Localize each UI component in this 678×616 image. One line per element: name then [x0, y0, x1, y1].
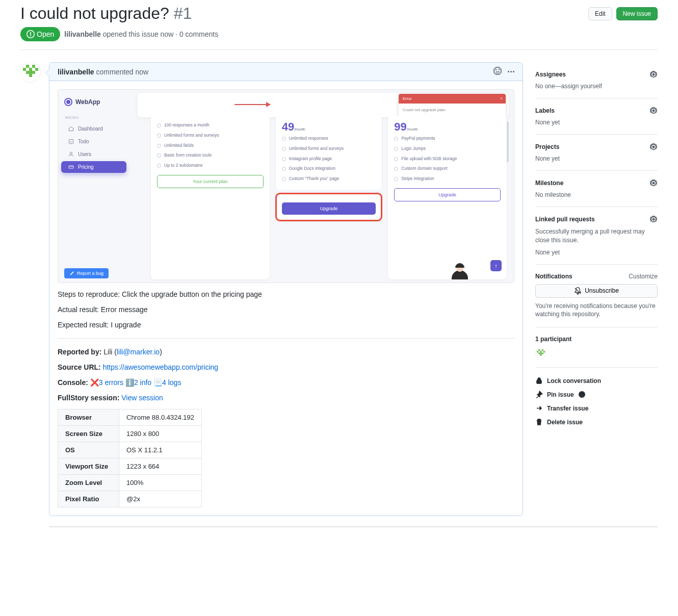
- linked-pr-section: Linked pull requests Successfully mergin…: [535, 207, 658, 265]
- ss-upgrade-btn-mid: Upgrade: [282, 202, 376, 215]
- gear-icon[interactable]: [649, 70, 658, 79]
- divider: [58, 338, 514, 339]
- title-actions: Edit New issue: [588, 7, 658, 20]
- trash-icon: [535, 418, 543, 426]
- notifications-note: You're receiving notifications because y…: [535, 302, 658, 319]
- reporter-email-link[interactable]: lili@marker.io: [117, 348, 160, 356]
- table-row: Pixel Ratio@2x: [58, 491, 202, 507]
- svg-rect-3: [537, 380, 541, 384]
- steps-text: Steps to reproduce: Click the upgrade bu…: [58, 290, 514, 298]
- projects-section: Projects None yet: [535, 135, 658, 171]
- customize-link[interactable]: Customize: [629, 273, 658, 280]
- actual-text: Actual result: Error message: [58, 305, 514, 314]
- ss-topbar: Error× Could not upgrade plan.: [138, 93, 509, 117]
- close-icon: ×: [500, 96, 503, 101]
- kebab-icon[interactable]: [508, 71, 514, 72]
- check-square-icon: [68, 139, 74, 144]
- delete-issue[interactable]: Delete issue: [535, 415, 658, 429]
- ss-nav-todo: Todo: [61, 136, 126, 147]
- ss-sidebar: WebApp MENU Dashboard Todo Users Pricing…: [58, 90, 129, 283]
- arrow-right-icon: [535, 404, 543, 412]
- sidebar: Assignees No one—assign yourself Labels …: [535, 62, 658, 516]
- ss-nav-pricing: Pricing: [61, 161, 126, 173]
- console-errors-link[interactable]: 3 errors: [99, 378, 123, 387]
- attached-screenshot[interactable]: WebApp MENU Dashboard Todo Users Pricing…: [58, 89, 514, 283]
- lock-icon: [535, 377, 543, 384]
- issue-actions: Lock conversation Pin issue Transfer iss…: [535, 368, 658, 429]
- svg-rect-2: [69, 166, 73, 169]
- linked-pr-desc: Successfully merging a pull request may …: [535, 227, 658, 245]
- emoji-icon[interactable]: [493, 67, 502, 76]
- table-row: Viewport Size1223 x 664: [58, 458, 202, 475]
- console-line: Console: ❌3 errors ℹ️2 info 📃4 logs: [58, 378, 514, 387]
- comment-body: WebApp MENU Dashboard Todo Users Pricing…: [49, 81, 523, 516]
- svg-point-1: [70, 152, 72, 154]
- issue-header: I could not upgrade? #1 Edit New issue O…: [20, 0, 658, 50]
- state-label: Open: [37, 30, 54, 38]
- pin-icon: [535, 391, 543, 398]
- home-icon: [68, 126, 74, 132]
- gear-icon[interactable]: [649, 215, 658, 223]
- table-row: OSOS X 11.2.1: [58, 442, 202, 458]
- unsubscribe-button[interactable]: Unsubscribe: [535, 284, 658, 298]
- card-icon: [68, 164, 74, 170]
- info-icon: ℹ️: [125, 378, 134, 387]
- ss-nav-users: Users: [61, 148, 126, 160]
- svg-rect-0: [69, 139, 73, 143]
- ss-highlighted-upgrade: Upgrade: [276, 193, 382, 221]
- ss-plans: 100 responses a month Unlimited forms an…: [151, 115, 507, 279]
- notifications-section: Notifications Customize Unsubscribe You'…: [535, 265, 658, 328]
- fullstory-link[interactable]: View session: [121, 394, 163, 402]
- gear-icon[interactable]: [649, 143, 658, 151]
- participant-avatar[interactable]: [535, 348, 546, 359]
- milestone-section: Milestone No milestone: [535, 171, 658, 207]
- issue-author[interactable]: lilivanbelle: [64, 30, 101, 38]
- ss-annotation-arrow: [234, 104, 270, 105]
- new-issue-button[interactable]: New issue: [616, 7, 658, 20]
- gear-icon[interactable]: [649, 107, 658, 115]
- ss-error-toast: Error× Could not upgrade plan.: [399, 94, 506, 116]
- ss-menu-label: MENU: [58, 113, 129, 122]
- state-badge: Open: [20, 27, 60, 41]
- assignees-text: No one—assign yourself: [535, 83, 658, 90]
- pin-issue[interactable]: Pin issue: [535, 388, 658, 401]
- table-row: Zoom Level100%: [58, 475, 202, 491]
- gear-icon[interactable]: [649, 179, 658, 187]
- user-icon: [68, 151, 74, 157]
- source-url: Source URL: https://awesomewebapp.com/pr…: [58, 363, 514, 371]
- env-table: BrowserChrome 88.0.4324.192 Screen Size1…: [58, 409, 202, 507]
- ss-logo-icon: [64, 98, 72, 106]
- comment-header: lilivanbelle commented now: [49, 63, 523, 81]
- reported-by: Reported by: Lili (lili@marker.io): [58, 348, 514, 356]
- console-info-link[interactable]: 2 info: [134, 378, 151, 387]
- ss-nav-dashboard: Dashboard: [61, 123, 126, 135]
- issue-title: I could not upgrade? #1: [20, 4, 192, 23]
- ss-content: Error× Could not upgrade plan. 100 respo…: [138, 93, 509, 279]
- lock-conversation[interactable]: Lock conversation: [535, 374, 658, 388]
- transfer-issue[interactable]: Transfer issue: [535, 401, 658, 415]
- x-icon: ❌: [90, 378, 99, 387]
- ss-app-name: WebApp: [75, 98, 100, 106]
- issue-open-icon: [27, 30, 35, 38]
- comment-author[interactable]: lilivanbelle: [58, 68, 94, 76]
- timeline-divider: [49, 526, 658, 527]
- source-url-link[interactable]: https://awesomewebapp.com/pricing: [103, 363, 218, 371]
- info-circle-icon: [578, 391, 586, 398]
- ss-logo: WebApp: [58, 98, 129, 113]
- avatar[interactable]: [20, 62, 41, 83]
- ss-fab-up: ↑: [490, 260, 502, 271]
- issue-meta: lilivanbelle opened this issue now · 0 c…: [64, 30, 218, 38]
- comment-text: Steps to reproduce: Click the upgrade bu…: [58, 290, 514, 507]
- comment: lilivanbelle commented now: [49, 62, 523, 516]
- edit-button[interactable]: Edit: [588, 7, 612, 20]
- labels-text: None yet: [535, 119, 658, 126]
- linked-pr-text: None yet: [535, 249, 658, 256]
- participants-section: 1 participant: [535, 327, 658, 368]
- ss-plan-mid-wrap: 49/month Unlimited responses Unlimited f…: [276, 115, 382, 279]
- comment-time: commented now: [96, 68, 148, 76]
- console-logs-link[interactable]: 4 logs: [162, 378, 181, 387]
- fullstory-line: FullStory session: View session: [58, 394, 514, 402]
- issue-opened-text: opened this issue now · 0 comments: [103, 30, 218, 38]
- ss-upgrade-btn-right: Upgrade: [394, 188, 501, 201]
- assign-yourself-link[interactable]: assign yourself: [561, 83, 602, 90]
